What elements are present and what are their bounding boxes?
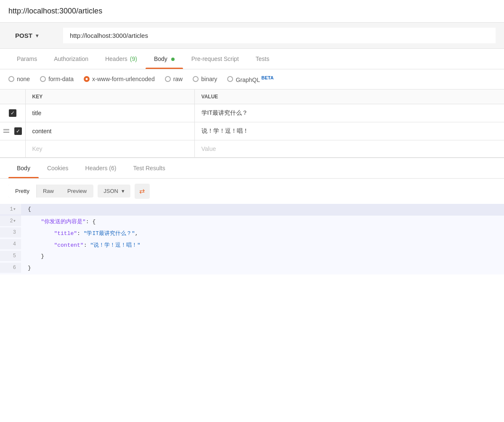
json-line-1: 1▾ { xyxy=(0,204,504,216)
url-bar: http://localhost:3000/articles xyxy=(0,0,504,23)
empty-checkbox-cell xyxy=(0,140,25,157)
json-line-6: 6 } xyxy=(0,263,504,274)
empty-key-placeholder: Key xyxy=(32,145,42,152)
line-num-3: 3 xyxy=(0,227,21,237)
empty-key-cell[interactable]: Key xyxy=(25,140,194,157)
radio-raw[interactable]: raw xyxy=(165,76,183,82)
kv-table: KEY VALUE ✓ title 学IT最讲究什么？ ✓ xyxy=(0,90,504,158)
method-select[interactable]: POST ▾ xyxy=(8,28,63,43)
row1-value-text: 学IT最讲究什么？ xyxy=(202,109,248,116)
key-col-header: KEY xyxy=(25,90,194,104)
json-line-5: 5 } xyxy=(0,251,504,263)
json-viewer: 1▾ { 2▾ "你发送的内容是": { 3 "title": "学IT最讲究什… xyxy=(0,204,504,274)
table-row: ✓ title 学IT最讲究什么？ xyxy=(0,104,504,122)
wrap-icon: ⇄ xyxy=(139,187,145,195)
row2-value-cell[interactable]: 说！学！逗！唱！ xyxy=(194,122,504,140)
radio-circle-form-data xyxy=(40,76,46,82)
json-line-2: 2▾ "你发送的内容是": { xyxy=(0,216,504,227)
line-content-1: { xyxy=(21,204,38,214)
empty-value-placeholder: Value xyxy=(202,145,216,152)
radio-binary[interactable]: binary xyxy=(193,76,217,82)
tab-params[interactable]: Params xyxy=(8,49,45,69)
table-empty-row: Key Value xyxy=(0,140,504,157)
line-num-6: 6 xyxy=(0,263,21,273)
json-line-4: 4 "content": "说！学！逗！唱！" xyxy=(0,239,504,251)
line-num-1: 1▾ xyxy=(0,204,21,214)
response-toolbar: Pretty Raw Preview JSON ▾ ⇄ xyxy=(0,179,504,204)
response-tab-cookies[interactable]: Cookies xyxy=(39,158,77,178)
value-col-header: VALUE xyxy=(194,90,504,104)
line-content-6: } xyxy=(21,263,38,273)
json-line-3: 3 "title": "学IT最讲究什么？", xyxy=(0,227,504,239)
line-content-5: } xyxy=(21,251,51,261)
format-chevron-icon: ▾ xyxy=(122,188,125,194)
format-label: JSON xyxy=(103,188,118,194)
tab-authorization[interactable]: Authorization xyxy=(45,49,97,69)
line-content-2: "你发送的内容是": { xyxy=(21,216,102,227)
response-tab-body[interactable]: Body xyxy=(8,158,39,178)
response-tabs: Body Cookies Headers (6) Test Results xyxy=(0,158,504,179)
response-section: Body Cookies Headers (6) Test Results Pr… xyxy=(0,158,504,274)
method-chevron-icon: ▾ xyxy=(36,33,38,39)
radio-circle-x-www xyxy=(84,76,90,82)
tab-tests[interactable]: Tests xyxy=(247,49,278,69)
tab-headers[interactable]: Headers (9) xyxy=(97,49,146,69)
tab-pre-request-script[interactable]: Pre-request Script xyxy=(183,49,247,69)
row2-checkbox-cell: ✓ xyxy=(0,122,25,140)
url-input[interactable] xyxy=(63,28,496,43)
pretty-btn[interactable]: Pretty xyxy=(8,185,36,198)
view-btn-group: Pretty Raw Preview xyxy=(8,185,93,198)
format-select[interactable]: JSON ▾ xyxy=(98,185,130,198)
table-row: ✓ content 说！学！逗！唱！ xyxy=(0,122,504,140)
radio-x-www-form-urlencoded[interactable]: x-www-form-urlencoded xyxy=(84,76,155,82)
row1-key-cell[interactable]: title xyxy=(25,104,194,122)
line-num-4: 4 xyxy=(0,239,21,249)
row2-key-cell[interactable]: content xyxy=(25,122,194,140)
tab-body[interactable]: Body xyxy=(146,49,183,69)
row1-checkbox-cell: ✓ xyxy=(0,104,25,122)
checkbox-col-header xyxy=(0,90,25,104)
radio-graphql[interactable]: GraphQL BETA xyxy=(227,75,273,83)
preview-btn[interactable]: Preview xyxy=(61,185,93,198)
line-num-2: 2▾ xyxy=(0,216,21,226)
radio-circle-binary xyxy=(193,76,199,82)
radio-none[interactable]: none xyxy=(8,76,30,82)
row2-checkbox[interactable]: ✓ xyxy=(14,127,22,135)
radio-form-data[interactable]: form-data xyxy=(40,76,74,82)
response-tab-headers[interactable]: Headers (6) xyxy=(77,158,125,178)
line-num-5: 5 xyxy=(0,251,21,261)
request-row: POST ▾ xyxy=(0,23,504,49)
empty-value-cell[interactable]: Value xyxy=(194,140,504,157)
line-content-4: "content": "说！学！逗！唱！" xyxy=(21,239,147,251)
raw-btn[interactable]: Raw xyxy=(36,185,61,198)
method-label: POST xyxy=(15,32,32,39)
row1-key-text: title xyxy=(32,110,42,116)
radio-circle-raw xyxy=(165,76,171,82)
row1-checkbox[interactable]: ✓ xyxy=(9,109,16,117)
wrap-btn[interactable]: ⇄ xyxy=(135,184,150,199)
request-tabs: Params Authorization Headers (9) Body Pr… xyxy=(0,49,504,69)
response-tab-test-results[interactable]: Test Results xyxy=(125,158,173,178)
body-type-row: none form-data x-www-form-urlencoded raw… xyxy=(0,69,504,90)
line-content-3: "title": "学IT最讲究什么？", xyxy=(21,227,145,239)
beta-badge: BETA xyxy=(261,75,273,80)
row2-key-text: content xyxy=(32,128,52,135)
radio-circle-graphql xyxy=(227,76,233,82)
row1-value-cell[interactable]: 学IT最讲究什么？ xyxy=(194,104,504,122)
url-bar-text: http://localhost:3000/articles xyxy=(8,7,102,15)
drag-handle-icon[interactable] xyxy=(3,129,9,133)
body-active-dot xyxy=(171,58,175,61)
row2-value-text: 说！学！逗！唱！ xyxy=(202,127,249,134)
radio-circle-none xyxy=(8,76,14,82)
